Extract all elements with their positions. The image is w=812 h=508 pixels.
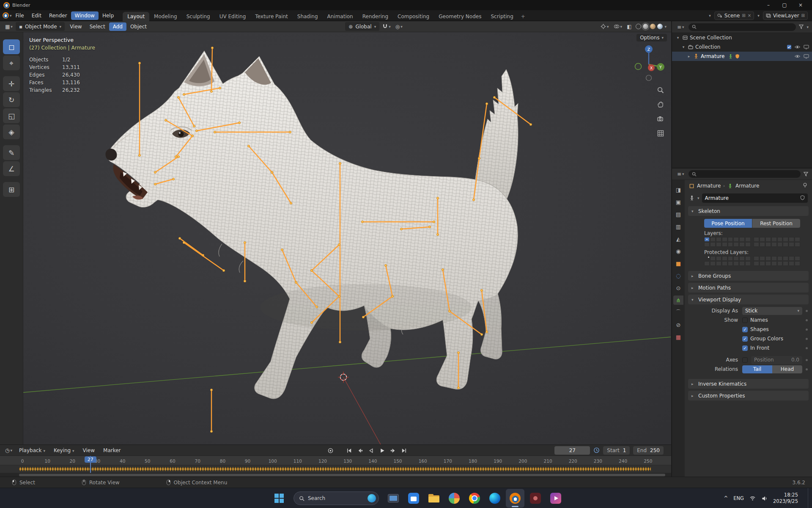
layer-cell[interactable]	[771, 256, 777, 261]
workspace-tab-sculpting[interactable]: Sculpting	[182, 12, 215, 21]
layer-cell[interactable]	[704, 261, 710, 266]
overlays-icon[interactable]: ▾	[612, 23, 624, 30]
properties-tab-scene[interactable]: ◭	[673, 234, 683, 243]
toggle-grid-icon[interactable]	[657, 130, 664, 137]
outliner-row-collection[interactable]: ▾Collection	[672, 42, 812, 52]
layer-cell[interactable]	[733, 242, 739, 247]
decorator-dot[interactable]	[806, 310, 808, 312]
taskbar-app-media[interactable]	[546, 489, 565, 508]
layer-cell[interactable]	[722, 256, 727, 261]
layer-cell[interactable]	[716, 242, 721, 247]
viewlayer-browse-icon[interactable]: ▾	[757, 14, 760, 18]
breadcrumb-item[interactable]: Armature	[735, 183, 759, 189]
menu-file[interactable]: File	[12, 11, 28, 20]
filter-icon[interactable]	[803, 171, 809, 177]
volume-icon[interactable]	[761, 495, 768, 502]
properties-tab-material[interactable]: ▦	[673, 332, 683, 342]
tool-rotate[interactable]: ↻	[3, 92, 20, 107]
start-frame-field[interactable]: Start 1	[603, 446, 630, 455]
checkbox-group-colors[interactable]: ✓	[742, 336, 748, 342]
layer-cell[interactable]	[739, 261, 745, 266]
camera-view-icon[interactable]	[657, 115, 664, 123]
layer-cell[interactable]	[739, 237, 745, 242]
section-viewport-display[interactable]: ▾Viewport Display	[688, 295, 809, 304]
decorator-dot[interactable]	[806, 347, 808, 349]
properties-tab-bone-constraints[interactable]: ⊘	[673, 320, 683, 329]
layer-cell[interactable]	[704, 242, 710, 247]
layer-cell[interactable]	[783, 256, 788, 261]
tray-clock[interactable]: 18:25 2023/9/25	[773, 492, 801, 505]
playhead[interactable]: 27	[90, 456, 91, 473]
section-bone-groups[interactable]: ▸Bone Groups	[688, 271, 809, 281]
outliner-options-caret-icon[interactable]: ▾	[807, 25, 809, 29]
properties-tab-render[interactable]: ▣	[673, 197, 683, 207]
workspace-tab-geometry-nodes[interactable]: Geometry Nodes	[434, 12, 486, 21]
layer-cell[interactable]	[771, 242, 777, 247]
tool-transform[interactable]: ◈	[3, 124, 20, 139]
layer-cell[interactable]	[710, 256, 716, 261]
outliner-search-input[interactable]	[689, 23, 796, 31]
layer-cell[interactable]	[765, 242, 771, 247]
timeline-menu-playback[interactable]: Playback ▾	[15, 446, 49, 455]
outliner-row-armature[interactable]: ▸Armature	[672, 52, 812, 61]
show-gizmo-icon[interactable]: ▾	[599, 23, 611, 30]
layer-cell[interactable]	[783, 261, 788, 266]
layer-cell[interactable]	[716, 237, 721, 242]
tray-expand-icon[interactable]: ^	[724, 495, 728, 501]
pan-hand-icon[interactable]	[657, 101, 664, 108]
keyframe-band[interactable]	[0, 465, 671, 473]
scene-selector[interactable]: Scene ⊞ ×	[714, 11, 754, 20]
workspace-tab-modeling[interactable]: Modeling	[149, 12, 182, 21]
layer-cell[interactable]	[795, 237, 800, 242]
layer-cell[interactable]	[754, 261, 759, 266]
clock-icon[interactable]	[593, 447, 600, 453]
editor-type-button[interactable]: ▦ ▾	[3, 23, 14, 30]
3d-scene[interactable]	[23, 32, 671, 444]
decorator-dot[interactable]	[806, 338, 808, 340]
transform-orientation-dropdown[interactable]: ⊕ Global ▾	[345, 22, 379, 31]
filter-icon[interactable]	[798, 24, 804, 30]
checkbox-shapes[interactable]: ✓	[742, 327, 748, 332]
scene-close-icon[interactable]: ×	[748, 13, 751, 18]
layer-cell[interactable]	[722, 242, 727, 247]
taskbar-app-chrome[interactable]	[465, 489, 484, 508]
layer-cell[interactable]	[710, 261, 716, 266]
layer-cell[interactable]	[783, 237, 788, 242]
layer-cell[interactable]	[783, 242, 788, 247]
timeline-track[interactable]: 0102030405060708090100110120130140150160…	[0, 456, 671, 473]
start-button[interactable]	[270, 489, 288, 508]
layer-cell[interactable]	[728, 237, 733, 242]
taskbar-app-store[interactable]	[404, 489, 423, 508]
layer-cell[interactable]	[704, 237, 710, 242]
timeline-menu-view[interactable]: View	[79, 446, 99, 455]
taskbar-app-file-explorer[interactable]	[425, 489, 443, 508]
zoom-icon[interactable]	[657, 86, 664, 94]
scene-new-icon[interactable]: ⊞	[742, 13, 745, 18]
layer-cell[interactable]	[728, 256, 733, 261]
display-as-dropdown[interactable]: Stick ▾	[742, 307, 802, 315]
properties-tab-physics[interactable]: ◌	[673, 271, 683, 280]
taskbar-app-edge[interactable]	[486, 489, 504, 508]
viewport-menu-view[interactable]: View	[66, 22, 85, 31]
layer-cell[interactable]	[745, 261, 751, 266]
workspace-tab-texture-paint[interactable]: Texture Paint	[250, 12, 292, 21]
tool-annotate[interactable]: ✎	[3, 145, 20, 160]
layer-cell[interactable]	[789, 242, 794, 247]
viewlayer-selector[interactable]: ViewLayer ⊞	[763, 11, 808, 20]
layer-cell[interactable]	[722, 237, 727, 242]
section-custom-properties[interactable]: ▸Custom Properties	[688, 391, 809, 400]
add-workspace-button[interactable]: +	[518, 12, 528, 21]
relations-tail-button[interactable]: Tail	[742, 365, 772, 373]
properties-tab-bone[interactable]: ⌒	[673, 308, 683, 317]
tool-add-cube[interactable]: ⊞	[3, 182, 20, 197]
outliner-editor-icon[interactable]: ≡ ▾	[675, 23, 686, 31]
proportional-editing-icon[interactable]: ◎ ▾	[394, 23, 404, 30]
tool-measure[interactable]: ∠	[3, 161, 20, 176]
scene-browse-icon[interactable]: ▾	[709, 14, 711, 18]
section-skeleton[interactable]: ▾Skeleton	[688, 206, 809, 216]
timeline-menu-keying[interactable]: Keying ▾	[50, 446, 78, 455]
taskbar-app-maroon[interactable]	[526, 489, 545, 508]
gizmo-neg-z-icon[interactable]	[646, 75, 652, 81]
layer-cell[interactable]	[754, 256, 759, 261]
workspace-tab-compositing[interactable]: Compositing	[393, 12, 434, 21]
